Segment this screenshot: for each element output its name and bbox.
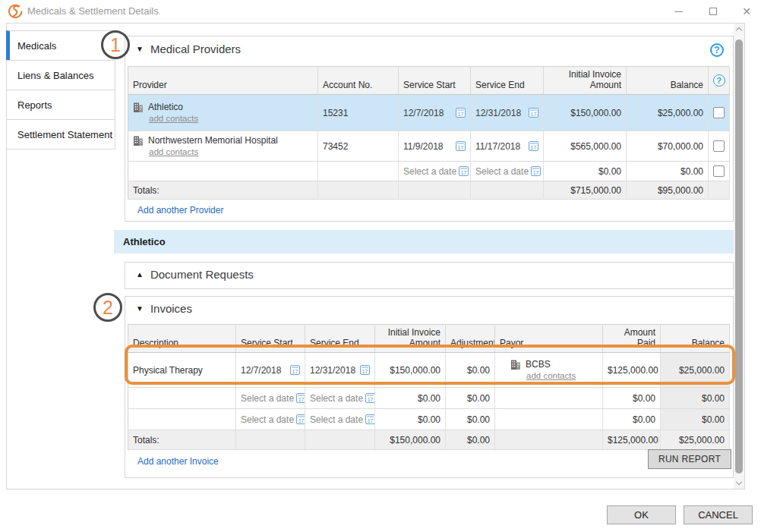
initial-amount-value: $0.00 bbox=[418, 393, 440, 404]
add-contacts-link[interactable]: add contacts bbox=[526, 370, 576, 382]
help-icon[interactable]: ? bbox=[710, 43, 724, 57]
service-end-value[interactable]: 11/17/2018 bbox=[475, 141, 520, 152]
scroll-down-icon[interactable] bbox=[736, 479, 742, 485]
sidebar-tab-reports[interactable]: Reports bbox=[6, 90, 115, 120]
service-end-value[interactable]: 12/31/2018 bbox=[475, 108, 521, 118]
service-end-cell[interactable]: Select a date bbox=[305, 388, 375, 409]
description-cell[interactable] bbox=[128, 388, 236, 409]
balance-cell[interactable]: $25,000.00 bbox=[661, 353, 730, 388]
initial-amount-cell[interactable]: $0.00 bbox=[375, 388, 446, 409]
medical-providers-header[interactable]: ▼ Medical Providers bbox=[136, 42, 241, 55]
amount-paid-cell[interactable]: $0.00 bbox=[603, 409, 661, 430]
calendar-icon[interactable] bbox=[459, 166, 469, 176]
initial-amount-value: $150,000.00 bbox=[570, 108, 621, 118]
service-end-cell[interactable]: 11/17/2018 bbox=[471, 131, 544, 162]
account-cell[interactable]: 73452 bbox=[318, 131, 399, 162]
payor-cell[interactable] bbox=[495, 409, 603, 430]
minimize-button[interactable] bbox=[668, 5, 688, 18]
service-start-cell[interactable]: Select a date bbox=[236, 388, 305, 409]
initial-amount-cell[interactable]: $565,000.00 bbox=[544, 131, 627, 162]
provider-cell[interactable] bbox=[128, 162, 318, 181]
balance-cell[interactable]: $0.00 bbox=[661, 409, 730, 430]
add-contacts-link[interactable]: add contacts bbox=[149, 113, 198, 124]
service-start-value[interactable]: Select a date bbox=[241, 393, 294, 404]
calendar-icon[interactable] bbox=[290, 365, 300, 375]
calendar-icon[interactable] bbox=[531, 166, 541, 176]
col-initial-invoice-amount: Initial Invoice Amount bbox=[375, 325, 446, 353]
balance-cell[interactable]: $70,000.00 bbox=[627, 131, 709, 162]
calendar-icon[interactable] bbox=[529, 141, 538, 151]
service-start-value[interactable]: Select a date bbox=[241, 414, 294, 425]
totals-balance: $25,000.00 bbox=[661, 430, 730, 450]
row-checkbox[interactable] bbox=[713, 140, 725, 152]
calendar-icon[interactable] bbox=[529, 108, 538, 118]
row-checkbox[interactable] bbox=[713, 165, 725, 177]
scrollbar-thumb[interactable] bbox=[735, 39, 743, 474]
checkbox-cell bbox=[709, 95, 730, 131]
amount-paid-value: $0.00 bbox=[633, 414, 655, 425]
service-end-value[interactable]: Select a date bbox=[310, 414, 363, 425]
ok-button[interactable]: OK bbox=[607, 505, 676, 524]
service-start-cell[interactable]: Select a date bbox=[236, 409, 305, 430]
adjustment-cell[interactable]: $0.00 bbox=[446, 409, 495, 430]
amount-paid-cell[interactable]: $0.00 bbox=[603, 388, 661, 409]
document-requests-header[interactable]: ▲ Document Requests bbox=[136, 268, 254, 281]
col-description: Description bbox=[128, 325, 236, 353]
service-start-cell[interactable]: 11/9/2018 bbox=[399, 131, 471, 162]
cancel-button[interactable]: CANCEL bbox=[684, 505, 753, 524]
service-end-cell[interactable]: Select a date bbox=[471, 162, 544, 181]
invoices-header[interactable]: ▼ Invoices bbox=[136, 302, 192, 315]
service-start-cell[interactable]: Select a date bbox=[399, 162, 471, 181]
service-start-cell[interactable]: 12/7/2018 bbox=[399, 95, 471, 131]
row-checkbox[interactable] bbox=[713, 107, 725, 118]
service-end-cell[interactable]: 12/31/2018 bbox=[471, 95, 544, 131]
service-end-cell[interactable]: Select a date bbox=[305, 409, 375, 430]
initial-amount-cell[interactable]: $0.00 bbox=[375, 409, 446, 430]
sidebar-tab-medicals[interactable]: Medicals bbox=[6, 30, 115, 61]
initial-amount-cell[interactable]: $150,000.00 bbox=[375, 353, 446, 388]
calendar-icon[interactable] bbox=[296, 414, 305, 424]
vertical-scrollbar[interactable] bbox=[734, 24, 744, 489]
add-another-provider-link[interactable]: Add another Provider bbox=[137, 205, 223, 216]
initial-amount-cell[interactable]: $0.00 bbox=[544, 162, 627, 181]
calendar-icon[interactable] bbox=[365, 393, 374, 403]
sidebar-tab-liens-balances[interactable]: Liens & Balances bbox=[6, 60, 115, 90]
service-start-value[interactable]: 11/9/2018 bbox=[403, 141, 444, 152]
account-value: 15231 bbox=[323, 108, 348, 118]
initial-amount-cell[interactable]: $150,000.00 bbox=[544, 95, 627, 131]
balance-cell[interactable]: $0.00 bbox=[627, 162, 709, 181]
payor-cell[interactable] bbox=[495, 388, 603, 409]
totals-empty bbox=[236, 430, 305, 450]
amount-paid-cell[interactable]: $125,000.00 bbox=[603, 353, 661, 388]
service-start-value[interactable]: Select a date bbox=[403, 166, 456, 177]
service-end-cell[interactable]: 12/31/2018 bbox=[305, 353, 375, 388]
account-cell[interactable]: 15231 bbox=[318, 95, 399, 131]
description-cell[interactable]: Physical Therapy bbox=[128, 353, 236, 388]
add-contacts-link[interactable]: add contacts bbox=[149, 146, 198, 158]
service-end-value[interactable]: 12/31/2018 bbox=[310, 365, 355, 376]
run-report-button[interactable]: RUN REPORT bbox=[648, 449, 731, 469]
service-start-cell[interactable]: 12/7/2018 bbox=[236, 353, 305, 388]
service-end-value[interactable]: Select a date bbox=[310, 393, 363, 404]
adjustment-cell[interactable]: $0.00 bbox=[446, 353, 495, 388]
balance-cell[interactable]: $25,000.00 bbox=[627, 95, 709, 131]
calendar-icon[interactable] bbox=[296, 393, 305, 403]
service-start-value[interactable]: 12/7/2018 bbox=[241, 365, 281, 376]
calendar-icon[interactable] bbox=[360, 365, 370, 375]
balance-cell[interactable]: $0.00 bbox=[661, 388, 730, 409]
close-button[interactable]: ✕ bbox=[737, 5, 756, 18]
calendar-icon[interactable] bbox=[456, 141, 466, 151]
sidebar-tab-settlement-statement[interactable]: Settlement Statement bbox=[6, 119, 115, 150]
help-icon[interactable]: ? bbox=[713, 74, 725, 87]
scroll-up-icon[interactable] bbox=[736, 27, 742, 33]
adjustment-cell[interactable]: $0.00 bbox=[446, 388, 495, 409]
account-cell[interactable] bbox=[318, 162, 399, 181]
add-another-invoice-link[interactable]: Add another Invoice bbox=[137, 456, 219, 467]
calendar-icon[interactable] bbox=[365, 414, 374, 424]
description-cell[interactable] bbox=[128, 409, 236, 430]
service-end-value[interactable]: Select a date bbox=[475, 166, 529, 177]
service-start-value[interactable]: 12/7/2018 bbox=[403, 108, 444, 118]
balance-value: $70,000.00 bbox=[658, 141, 703, 152]
maximize-button[interactable] bbox=[703, 5, 723, 18]
calendar-icon[interactable] bbox=[456, 108, 466, 118]
